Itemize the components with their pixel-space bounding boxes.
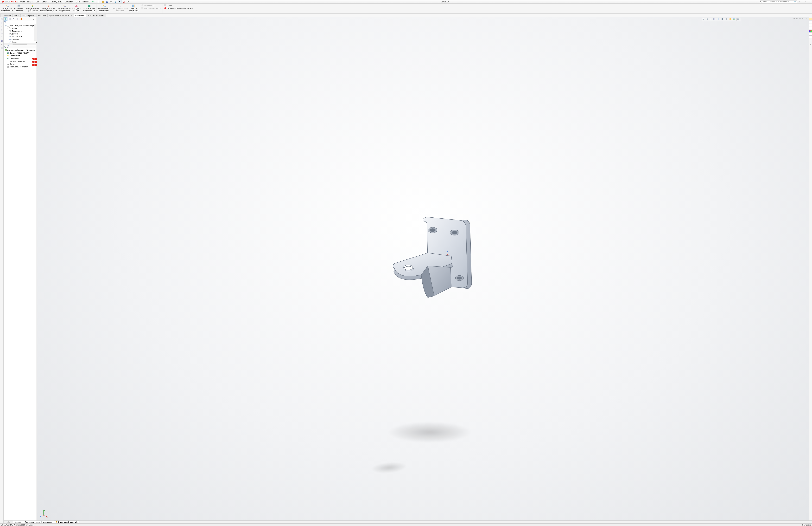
view-orient-icon[interactable]	[717, 18, 721, 21]
lr-icon-1[interactable]	[0, 18, 3, 21]
menu-window[interactable]: Окно	[75, 0, 81, 3]
tp-design-lib-icon[interactable]	[809, 21, 812, 24]
window-minimize-icon[interactable]: —	[801, 1, 804, 3]
select-cursor-icon[interactable]	[118, 0, 121, 3]
tp-home-icon[interactable]	[809, 18, 812, 20]
fm-item-notes[interactable]: Примечания	[4, 30, 36, 32]
menu-tools[interactable]: Инструменты	[50, 0, 63, 3]
fm-item-top[interactable]: Сверху	[4, 41, 36, 43]
fm-root[interactable]: Деталь1 (По умолчанию<<По умол…	[4, 24, 36, 27]
tp-appearances-icon[interactable]	[809, 30, 812, 32]
help-search-input[interactable]	[763, 1, 794, 3]
sim-item-part[interactable]: Деталь1 (-7075-T6 (SN)-)	[4, 52, 36, 54]
prev-view-icon[interactable]	[710, 18, 713, 21]
study-advisor-button[interactable]: Консультант исследования	[1, 4, 14, 12]
connections-advisor-button[interactable]: Консультант по соединениям	[57, 4, 71, 12]
tp-forum-icon[interactable]	[809, 35, 812, 38]
sim-item-mesh[interactable]: Сетка	[4, 62, 36, 65]
tab-elements[interactable]: Элементы	[0, 14, 13, 17]
zoom-area-icon[interactable]	[706, 18, 709, 21]
vp-tile-icon[interactable]: ▭	[793, 17, 796, 20]
lr-icon-9[interactable]	[0, 47, 3, 49]
vp-close-icon[interactable]: ✕	[806, 17, 808, 20]
include-image-button[interactable]: Включить изображение в отчет	[163, 7, 193, 10]
ext-loads-advisor-button[interactable]: Консультант по внешним нагрузкам	[40, 4, 57, 12]
appearance-icon[interactable]	[729, 18, 732, 21]
scene-icon[interactable]	[733, 18, 736, 21]
apply-material-button[interactable]: Применить материал	[14, 4, 24, 12]
tab-sw-addins[interactable]: Добавления SOLIDWORKS	[47, 14, 74, 17]
undo-icon[interactable]	[114, 0, 117, 3]
lr-icon-6[interactable]	[0, 36, 3, 39]
tab-evaluate[interactable]: Анализировать	[20, 14, 37, 17]
bt-last-icon[interactable]: ⏭	[11, 521, 13, 523]
lr-icon-4[interactable]	[0, 29, 3, 31]
vp-split-icon[interactable]: ▥	[796, 17, 799, 20]
bt-prev-icon[interactable]: ◀	[6, 521, 9, 523]
lr-icon-7[interactable]	[0, 40, 3, 42]
fm-filter-row[interactable]	[3, 21, 36, 24]
status-customize[interactable]: Настройка	[802, 524, 811, 526]
hide-show-icon[interactable]	[725, 18, 729, 21]
tab-dimxpert[interactable]: DimXpert	[37, 14, 47, 17]
lr-icon-3[interactable]	[0, 25, 3, 28]
tab-sketch[interactable]: Эскиз	[12, 14, 20, 17]
fm-item-history[interactable]: ▸History	[4, 27, 36, 30]
fm-item-material[interactable]: 7075-T6 (SN)	[4, 35, 36, 38]
rebuild-icon[interactable]	[122, 0, 126, 3]
vp-min-icon[interactable]: —	[799, 17, 802, 20]
fm-item-sensors[interactable]: Датчики	[4, 32, 36, 35]
tp-custom-props-icon[interactable]	[809, 32, 812, 35]
vp-max-icon[interactable]: □	[802, 17, 805, 20]
menu-file[interactable]: Файл	[19, 0, 26, 3]
fm-tab-config-icon[interactable]	[12, 17, 15, 20]
lr-icon-5[interactable]	[0, 32, 3, 35]
new-doc-icon[interactable]	[97, 0, 100, 3]
tp-view-palette-icon[interactable]	[809, 27, 812, 29]
sim-item-result-opts[interactable]: Параметры результатов	[4, 65, 36, 68]
graphics-viewport[interactable]: ▭ ▥ — □ ✕	[37, 17, 809, 523]
fm-tab-appearance-icon[interactable]	[19, 17, 23, 20]
shell-mgr-button[interactable]: Менеджер оболочки	[71, 4, 81, 12]
lr-icon-2[interactable]	[0, 22, 3, 24]
pin-icon[interactable]	[91, 0, 95, 3]
menu-insert[interactable]: Вставка	[41, 0, 49, 3]
window-close-icon[interactable]: ✕	[809, 1, 811, 3]
viewport-settings-icon[interactable]	[737, 18, 740, 21]
compare-results-button[interactable]: Сравнить результаты	[129, 4, 139, 12]
results-advisor-button[interactable]: Консультант по результатам	[97, 4, 111, 12]
sim-filter-icon[interactable]: ▾	[7, 45, 9, 49]
print-icon[interactable]	[110, 0, 113, 3]
sim-item-fixtures[interactable]: Крепления	[4, 57, 36, 60]
fm-tab-tree-icon[interactable]	[4, 17, 8, 20]
sim-item-connections[interactable]: Соединения	[4, 54, 36, 57]
window-restore-icon[interactable]: ❐	[805, 1, 808, 3]
help-search[interactable]: ⓘ 🔍	[760, 0, 797, 3]
bottom-tab-3dviews[interactable]: Трехмерные виды	[23, 521, 42, 524]
fm-tab-prop-icon[interactable]	[8, 17, 11, 20]
fm-vscrollbar[interactable]	[34, 24, 36, 41]
bottom-tab-study[interactable]: ⟳Статический анализ 1	[54, 521, 79, 524]
display-style-icon[interactable]	[721, 18, 724, 21]
sim-root[interactable]: Статический анализ 1 (-По умолчанию-	[4, 49, 36, 52]
bt-first-icon[interactable]: ⏮	[3, 521, 6, 523]
menu-view[interactable]: Вид	[35, 0, 40, 3]
fm-panel-expand-icon[interactable]: »	[32, 17, 35, 20]
menu-sim[interactable]: Simulation	[64, 0, 74, 3]
fm-item-front[interactable]: Спереди	[4, 38, 36, 41]
save-icon[interactable]	[105, 0, 109, 3]
bt-next-icon[interactable]: ▶	[9, 521, 11, 523]
open-doc-icon[interactable]	[101, 0, 105, 3]
sim-monitor-icon[interactable]	[4, 46, 6, 48]
section-view-icon[interactable]	[713, 18, 716, 21]
tab-simulation[interactable]: Simulation	[74, 14, 86, 17]
zoom-fit-icon[interactable]	[702, 18, 706, 21]
menu-edit[interactable]: Правка	[26, 0, 34, 3]
fm-tab-dim-icon[interactable]	[16, 17, 19, 20]
search-icon[interactable]: 🔍	[794, 1, 796, 3]
bottom-tab-animation[interactable]: Анимация1	[41, 521, 54, 524]
run-study-button[interactable]: Запустить это исследование	[83, 4, 96, 12]
tp-file-explorer-icon[interactable]	[809, 24, 812, 26]
bottom-tab-model[interactable]: Модель	[13, 521, 23, 524]
fixtures-advisor-button[interactable]: Консультант по креплениям	[26, 4, 40, 12]
